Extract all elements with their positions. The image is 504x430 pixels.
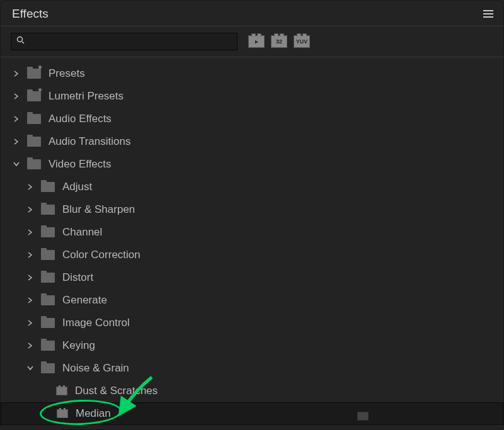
effects-tree: Presets Lumetri Presets Audio Effects Au… (1, 57, 503, 430)
chevron-right-icon (12, 69, 21, 78)
tree-item-adjust[interactable]: Adjust (1, 176, 503, 198)
chevron-right-icon (26, 205, 35, 214)
folder-icon (27, 159, 41, 169)
tree-item-presets[interactable]: Presets (1, 62, 503, 85)
tree-item-video-effects[interactable]: Video Effects (1, 153, 503, 176)
item-label: Audio Transitions (49, 135, 130, 148)
tree-item-dust-scratches[interactable]: Dust & Scratches (1, 380, 503, 402)
tree-item-generate[interactable]: Generate (1, 289, 503, 312)
tree-item-channel[interactable]: Channel (1, 221, 503, 244)
folder-icon (41, 273, 55, 283)
item-label: Median (76, 407, 111, 420)
item-label: Blur & Sharpen (62, 203, 135, 216)
item-label: Presets (49, 67, 85, 80)
item-label: Audio Effects (49, 113, 112, 125)
search-input[interactable] (29, 37, 232, 47)
item-label: Adjust (62, 181, 92, 193)
tree-item-median[interactable]: Median (1, 402, 503, 425)
folder-icon (41, 341, 55, 351)
effect-icon (56, 387, 67, 395)
panel-header: Effects (1, 1, 503, 26)
chevron-right-icon (26, 273, 35, 282)
chevron-right-icon (26, 251, 35, 259)
effect-icon (57, 409, 68, 418)
yuv-filter-button[interactable]: YUV (293, 34, 311, 49)
tree-item-audio-effects[interactable]: Audio Effects (1, 108, 503, 130)
chevron-right-icon (26, 296, 35, 305)
item-label: Image Control (62, 317, 130, 329)
folder-icon (41, 227, 55, 237)
folder-icon (41, 318, 55, 328)
tree-item-keying[interactable]: Keying (1, 334, 503, 357)
item-label: Channel (62, 226, 102, 239)
tree-item-noise[interactable]: Noise (1, 425, 503, 430)
panel-menu-icon[interactable] (483, 10, 493, 18)
chevron-right-icon (26, 341, 35, 350)
item-label: Color Correction (62, 249, 140, 261)
tree-item-distort[interactable]: Distort (1, 266, 503, 289)
search-icon (16, 36, 25, 47)
chevron-down-icon (26, 364, 35, 373)
tree-item-blur-sharpen[interactable]: Blur & Sharpen (1, 198, 503, 221)
item-label: Video Effects (49, 158, 112, 171)
folder-icon (41, 182, 55, 192)
tree-item-lumetri-presets[interactable]: Lumetri Presets (1, 85, 503, 108)
chevron-right-icon (26, 319, 35, 327)
chevron-right-icon (12, 115, 21, 123)
toolbar: ▸ 32 YUV (1, 26, 503, 57)
chevron-right-icon (26, 183, 35, 191)
item-label: Noise & Grain (62, 362, 129, 375)
item-label: Keying (62, 339, 95, 352)
item-label: Distort (62, 271, 93, 284)
item-label: Dust & Scratches (75, 385, 158, 397)
item-label: Generate (62, 294, 107, 307)
folder-icon (41, 363, 55, 373)
folder-starred-icon (27, 69, 41, 79)
chevron-right-icon (12, 137, 21, 146)
folder-icon (27, 137, 41, 147)
svg-point-0 (18, 37, 23, 42)
folder-icon (27, 114, 41, 124)
item-label: Lumetri Presets (49, 90, 123, 103)
chevron-right-icon (26, 228, 35, 237)
tree-item-audio-transitions[interactable]: Audio Transitions (1, 130, 503, 153)
accelerated-filter-button[interactable]: ▸ (248, 34, 265, 49)
folder-starred-icon (27, 91, 41, 101)
tree-item-color-correction[interactable]: Color Correction (1, 244, 503, 266)
tree-item-noise-grain[interactable]: Noise & Grain (1, 357, 503, 380)
tree-item-image-control[interactable]: Image Control (1, 312, 503, 334)
chevron-right-icon (12, 92, 21, 101)
chevron-down-icon (12, 160, 21, 169)
effect-badge-icon (357, 412, 369, 421)
32bit-filter-button[interactable]: 32 (270, 34, 288, 49)
folder-icon (41, 295, 55, 305)
folder-icon (41, 250, 55, 260)
search-container[interactable] (11, 33, 238, 50)
folder-icon (41, 205, 55, 215)
svg-line-1 (22, 42, 24, 43)
panel-title: Effects (12, 7, 49, 21)
